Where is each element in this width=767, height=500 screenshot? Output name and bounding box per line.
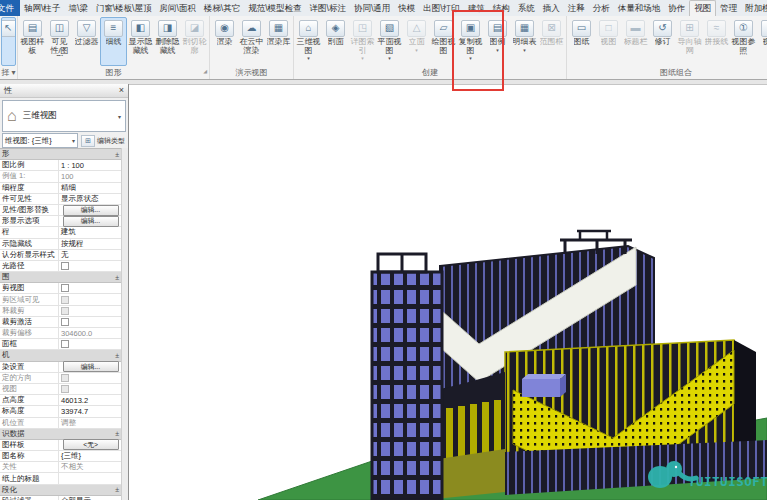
remove-hidden-lines-button[interactable]: ◨删除隐藏线	[154, 17, 181, 66]
property-value[interactable]	[59, 340, 122, 348]
property-value[interactable]	[59, 296, 122, 304]
viewport-button[interactable]: ▯视口▾	[757, 17, 767, 66]
tab-detail-annotate[interactable]: 详图\标注	[306, 0, 350, 16]
cut-profile-button[interactable]: ◪剖切轮廓	[181, 17, 208, 66]
property-checkbox[interactable]	[61, 296, 69, 304]
tab-grid-column[interactable]: 轴网\柱子	[20, 0, 64, 16]
property-value[interactable]: 编辑...	[59, 216, 122, 227]
property-checkbox[interactable]	[61, 340, 69, 348]
property-value[interactable]: 不相关	[59, 462, 122, 472]
tab-door-floor-roof[interactable]: 门窗\楼板\屋顶	[92, 0, 156, 16]
property-value[interactable]: 1 : 100	[59, 161, 122, 170]
tab-collaborate[interactable]: 协作	[664, 0, 689, 16]
three-d-view-button[interactable]: ⌂三维视图▾	[295, 17, 322, 66]
callout-button[interactable]: ◳详图索引▾	[349, 17, 376, 66]
property-section[interactable]: 围±	[0, 272, 122, 283]
property-value[interactable]	[59, 318, 122, 326]
scope-box-label: 范围框	[540, 38, 564, 47]
section-button[interactable]: ◈剖面	[322, 17, 349, 66]
edit-type-button[interactable]: ⊞ 编辑类型	[80, 135, 126, 147]
plan-views-button[interactable]: ▧平面视图▾	[376, 17, 403, 66]
tab-systems[interactable]: 系统	[514, 0, 539, 16]
tab-quick-model[interactable]: 快模	[394, 0, 419, 16]
property-value[interactable]: 46013.2	[59, 396, 122, 405]
render-gallery-button[interactable]: ▦渲染库	[265, 17, 292, 66]
view-template-button[interactable]: ▤视图样板	[19, 17, 46, 66]
property-value[interactable]: 无	[59, 250, 122, 260]
tab-file[interactable]: 文件	[0, 0, 20, 16]
dialog-launcher-icon[interactable]: ◢	[203, 65, 207, 77]
guide-grid-button[interactable]: ⊞导向轴网	[676, 17, 703, 66]
render-in-cloud-button[interactable]: ☁在云中渲染	[238, 17, 265, 66]
title-block-label: 标题栏	[624, 38, 648, 47]
tab-wall-beam[interactable]: 墙\梁	[64, 0, 91, 16]
instance-selector[interactable]: 维视图: {三维} ▾	[2, 133, 78, 148]
property-value[interactable]: <无>	[59, 439, 122, 450]
elevation-button[interactable]: △立面▾	[403, 17, 430, 66]
show-hidden-lines-button[interactable]: ◧显示隐藏线	[127, 17, 154, 66]
tab-annotate[interactable]: 注释	[564, 0, 589, 16]
tab-manage[interactable]: 管理	[716, 0, 741, 16]
drawing-area[interactable]	[128, 84, 767, 500]
property-checkbox[interactable]	[61, 307, 69, 315]
revisions-button[interactable]: ↺修订	[649, 17, 676, 66]
property-label: 剪区域可见	[0, 294, 59, 304]
type-selector[interactable]: ⌂ 三维视图 ▾	[2, 100, 126, 132]
property-value[interactable]	[59, 385, 122, 393]
property-section[interactable]: 形±	[0, 149, 122, 160]
property-value[interactable]	[59, 262, 122, 270]
property-value[interactable]: 显示原状态	[59, 194, 122, 204]
property-checkbox[interactable]	[61, 284, 69, 292]
property-value[interactable]: 建筑	[59, 227, 122, 237]
property-value[interactable]: 100	[59, 172, 122, 181]
tab-collab-general[interactable]: 协同\通用	[350, 0, 394, 16]
property-value[interactable]: 编辑...	[59, 361, 122, 372]
property-edit-button[interactable]: 编辑...	[63, 216, 119, 227]
property-edit-button[interactable]: 编辑...	[63, 205, 119, 216]
property-value[interactable]	[59, 374, 122, 382]
scope-box-button[interactable]: ⊠范围框	[538, 17, 565, 66]
tab-insert[interactable]: 插入	[539, 0, 564, 16]
tab-analyze[interactable]: 分析	[589, 0, 614, 16]
filters-button[interactable]: ▽过滤器	[73, 17, 100, 66]
thin-lines-button[interactable]: ≡细线	[100, 17, 127, 66]
property-section[interactable]: 段化±	[0, 485, 122, 496]
schedules-button[interactable]: ▦明细表▾	[511, 17, 538, 66]
tab-massing-site[interactable]: 体量和场地	[614, 0, 665, 16]
property-section[interactable]: 识数据±	[0, 429, 122, 440]
visibility-graphics-button[interactable]: ◫可见性/图形	[46, 17, 73, 66]
thin-lines-icon: ≡	[104, 20, 123, 37]
property-section[interactable]: 机±	[0, 350, 122, 361]
view-reference-button[interactable]: ①视图参照	[730, 17, 757, 66]
property-edit-button[interactable]: <无>	[63, 439, 119, 450]
property-value[interactable]: 按规程	[59, 239, 122, 249]
property-checkbox[interactable]	[61, 262, 69, 270]
property-value[interactable]	[59, 307, 122, 315]
tab-room-area[interactable]: 房间\面积	[155, 0, 199, 16]
modify-button[interactable]: ↖	[1, 17, 16, 66]
property-checkbox[interactable]	[61, 385, 69, 393]
property-value[interactable]	[59, 284, 122, 292]
tab-addins[interactable]: 附加模块	[741, 0, 767, 16]
tab-stair-other[interactable]: 楼梯\其它	[200, 0, 244, 16]
close-icon[interactable]: ×	[119, 86, 124, 95]
view-button[interactable]: □视图	[595, 17, 622, 66]
tab-view[interactable]: 视图	[689, 0, 716, 16]
property-value[interactable]: 精细	[59, 183, 122, 193]
property-checkbox[interactable]	[61, 318, 69, 326]
property-value[interactable]: 33974.7	[59, 407, 122, 416]
property-value[interactable]: 304600.0	[59, 329, 122, 338]
matchline-button[interactable]: ≈拼接线	[703, 17, 730, 66]
sheet-button[interactable]: ▭图纸	[568, 17, 595, 66]
property-checkbox[interactable]	[61, 374, 69, 382]
properties-scrollbar[interactable]	[121, 148, 128, 500]
title-block-button[interactable]: ▬标题栏	[622, 17, 649, 66]
ribbon: ↖择 ▾▤视图样板◫可见性/图形▽过滤器≡细线◧显示隐藏线◨删除隐藏线◪剖切轮廓…	[0, 16, 767, 80]
property-edit-button[interactable]: 编辑...	[63, 361, 119, 372]
property-value[interactable]: {三维}	[59, 451, 122, 461]
property-value[interactable]: 全部显示	[59, 496, 122, 500]
render-button[interactable]: ◉渲染	[211, 17, 238, 66]
tab-model-check[interactable]: 规范\模型检查	[244, 0, 305, 16]
property-value[interactable]: 调整	[59, 418, 122, 428]
property-value[interactable]: 编辑...	[59, 205, 122, 216]
